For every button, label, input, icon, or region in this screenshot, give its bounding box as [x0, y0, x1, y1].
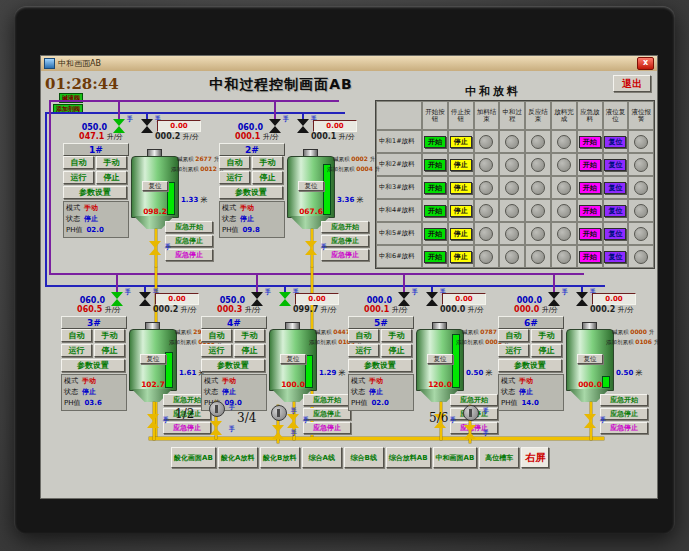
- manual-button[interactable]: 手动: [234, 329, 265, 342]
- run-button[interactable]: 运行: [63, 171, 94, 184]
- nav-button-3[interactable]: 酸化B放料: [260, 447, 300, 468]
- manual-button[interactable]: 手动: [381, 329, 412, 342]
- nav-button-8[interactable]: 高位槽车: [479, 447, 519, 468]
- emergency-stop-indicator[interactable]: 应急停止: [600, 422, 648, 434]
- run-button[interactable]: 运行: [348, 344, 379, 357]
- level-reset-button[interactable]: 复位: [604, 251, 626, 263]
- params-button[interactable]: 参数设置: [219, 186, 283, 199]
- inlet-valve-left[interactable]: [548, 292, 560, 306]
- auto-button[interactable]: 自动: [201, 329, 232, 342]
- emergency-release-button[interactable]: 开始: [579, 136, 601, 148]
- emergency-release-button[interactable]: 开始: [579, 182, 601, 194]
- stop-button[interactable]: 停止: [450, 251, 472, 263]
- nav-button-1[interactable]: 酸化画面AB: [171, 447, 216, 468]
- inlet-valve-right[interactable]: [297, 119, 309, 133]
- manual-button[interactable]: 手动: [96, 156, 127, 169]
- pump-icon[interactable]: [463, 405, 479, 421]
- outlet-valve[interactable]: [149, 241, 161, 255]
- stop-button[interactable]: 停止: [450, 205, 472, 217]
- nav-button-7[interactable]: 中和画面AB: [433, 447, 478, 468]
- inlet-valve-right[interactable]: [576, 292, 588, 306]
- stop-button[interactable]: 停止: [531, 344, 562, 357]
- pump-icon[interactable]: [271, 405, 287, 421]
- emergency-start-button[interactable]: 应急开始: [165, 221, 213, 233]
- stop-button[interactable]: 停止: [450, 182, 472, 194]
- emergency-stop-indicator[interactable]: 应急停止: [321, 249, 369, 261]
- run-button[interactable]: 运行: [219, 171, 250, 184]
- emergency-stop-button[interactable]: 应急停止: [165, 235, 213, 247]
- tank-reset-button[interactable]: 复位: [298, 181, 324, 191]
- tank-reset-button[interactable]: 复位: [577, 354, 603, 364]
- manual-button[interactable]: 手动: [531, 329, 562, 342]
- start-button[interactable]: 开始: [424, 136, 446, 148]
- stop-button[interactable]: 停止: [450, 159, 472, 171]
- stop-button[interactable]: 停止: [94, 344, 125, 357]
- run-button[interactable]: 运行: [498, 344, 529, 357]
- params-button[interactable]: 参数设置: [201, 359, 265, 372]
- inlet-valve-left[interactable]: [251, 292, 263, 306]
- start-button[interactable]: 开始: [424, 228, 446, 240]
- emergency-start-button[interactable]: 应急开始: [600, 394, 648, 406]
- tank-reset-button[interactable]: 复位: [427, 354, 453, 364]
- tank-reset-button[interactable]: 复位: [280, 354, 306, 364]
- start-button[interactable]: 开始: [424, 251, 446, 263]
- emergency-stop-button[interactable]: 应急停止: [600, 408, 648, 420]
- outlet-valve[interactable]: [147, 414, 159, 428]
- params-button[interactable]: 参数设置: [348, 359, 412, 372]
- params-button[interactable]: 参数设置: [63, 186, 127, 199]
- level-reset-button[interactable]: 复位: [604, 159, 626, 171]
- emergency-release-button[interactable]: 开始: [579, 159, 601, 171]
- inlet-valve-right[interactable]: [139, 292, 151, 306]
- stop-button[interactable]: 停止: [252, 171, 283, 184]
- inlet-valve-left[interactable]: [269, 119, 281, 133]
- outlet-valve[interactable]: [305, 241, 317, 255]
- pump-outlet-valve[interactable]: [210, 421, 222, 435]
- nav-button-6[interactable]: 综合放料AB: [386, 447, 431, 468]
- emergency-release-button[interactable]: 开始: [579, 251, 601, 263]
- manual-button[interactable]: 手动: [252, 156, 283, 169]
- pump-outlet-valve[interactable]: [464, 425, 476, 439]
- params-button[interactable]: 参数设置: [498, 359, 562, 372]
- inlet-valve-left[interactable]: [398, 292, 410, 306]
- stop-button[interactable]: 停止: [381, 344, 412, 357]
- auto-button[interactable]: 自动: [348, 329, 379, 342]
- inlet-valve-left[interactable]: [113, 119, 125, 133]
- start-button[interactable]: 开始: [424, 159, 446, 171]
- params-button[interactable]: 参数设置: [61, 359, 125, 372]
- level-reset-button[interactable]: 复位: [604, 182, 626, 194]
- level-reset-button[interactable]: 复位: [604, 228, 626, 240]
- auto-button[interactable]: 自动: [498, 329, 529, 342]
- auto-button[interactable]: 自动: [61, 329, 92, 342]
- start-button[interactable]: 开始: [424, 182, 446, 194]
- run-button[interactable]: 运行: [201, 344, 232, 357]
- emergency-stop-indicator[interactable]: 应急停止: [165, 249, 213, 261]
- level-reset-button[interactable]: 复位: [604, 136, 626, 148]
- run-button[interactable]: 运行: [61, 344, 92, 357]
- outlet-valve[interactable]: [584, 414, 596, 428]
- start-button[interactable]: 开始: [424, 205, 446, 217]
- pump-icon[interactable]: [209, 401, 225, 417]
- stop-button[interactable]: 停止: [96, 171, 127, 184]
- tank-reset-button[interactable]: 复位: [140, 354, 166, 364]
- inlet-valve-right[interactable]: [141, 119, 153, 133]
- pump-outlet-valve[interactable]: [272, 425, 284, 439]
- nav-button-9[interactable]: 右屏: [521, 447, 549, 468]
- manual-button[interactable]: 手动: [94, 329, 125, 342]
- close-icon[interactable]: x: [637, 57, 654, 70]
- nav-button-2[interactable]: 酸化A放料: [218, 447, 258, 468]
- emergency-start-button[interactable]: 应急开始: [321, 221, 369, 233]
- auto-button[interactable]: 自动: [63, 156, 94, 169]
- level-reset-button[interactable]: 复位: [604, 205, 626, 217]
- emergency-release-button[interactable]: 开始: [579, 228, 601, 240]
- emergency-release-button[interactable]: 开始: [579, 205, 601, 217]
- nav-button-4[interactable]: 综合A线: [302, 447, 342, 468]
- stop-button[interactable]: 停止: [450, 136, 472, 148]
- auto-button[interactable]: 自动: [219, 156, 250, 169]
- stop-button[interactable]: 停止: [450, 228, 472, 240]
- inlet-valve-right[interactable]: [279, 292, 291, 306]
- tank-reset-button[interactable]: 复位: [142, 181, 168, 191]
- emergency-stop-button[interactable]: 应急停止: [321, 235, 369, 247]
- inlet-valve-left[interactable]: [111, 292, 123, 306]
- inlet-valve-right[interactable]: [426, 292, 438, 306]
- nav-button-5[interactable]: 综合B线: [344, 447, 384, 468]
